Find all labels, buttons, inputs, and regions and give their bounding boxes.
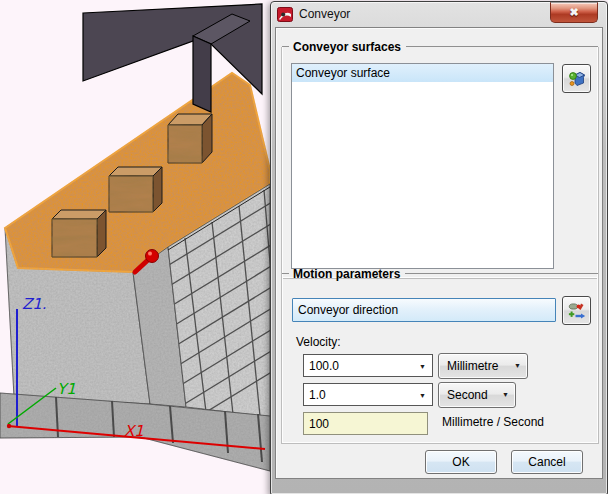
group-surfaces-title: Conveyor surfaces	[293, 40, 401, 54]
time-value-input[interactable]	[304, 384, 413, 405]
app-icon	[277, 7, 293, 22]
chevron-down-icon: ▼	[419, 391, 426, 398]
x-axis-label: X1	[124, 422, 144, 440]
surfaces-listbox[interactable]: Conveyor surface	[291, 63, 554, 269]
distance-unit-value: Millimetre	[447, 359, 498, 373]
conveyor-dialog: Conveyor ✖ Conveyor surfaces Conveyor su…	[270, 1, 608, 494]
select-surface-button[interactable]	[562, 64, 591, 93]
window-title: Conveyor	[299, 7, 350, 21]
wooden-box[interactable]	[168, 114, 212, 163]
velocity-result-field[interactable]	[303, 412, 428, 435]
close-button[interactable]: ✖	[550, 2, 598, 23]
time-unit-value: Second	[447, 388, 488, 402]
distance-value-combo[interactable]: ▼	[303, 354, 433, 377]
wooden-box[interactable]	[109, 167, 162, 212]
chevron-down-icon: ▼	[514, 354, 521, 378]
pick-direction-button[interactable]	[562, 296, 591, 325]
y-axis-label: Y1	[57, 380, 76, 398]
group-motion-header: Motion parameters	[282, 266, 598, 281]
axes-origin	[7, 424, 11, 428]
z-axis-label: Z1.	[22, 295, 47, 313]
list-item-conveyor-surface[interactable]: Conveyor surface	[292, 64, 553, 82]
wooden-box[interactable]	[52, 210, 106, 257]
chevron-down-icon: ▼	[502, 383, 509, 407]
group-conveyor-surfaces: Conveyor surfaces Conveyor surface	[281, 47, 599, 279]
close-icon: ✖	[569, 6, 578, 19]
distance-unit-combo[interactable]: Millimetre ▼	[438, 353, 528, 379]
dialog-body: Conveyor surfaces Conveyor surface Motio…	[275, 27, 603, 479]
select-object-icon	[568, 70, 586, 88]
titlebar[interactable]: Conveyor ✖	[271, 2, 607, 26]
distance-value-input[interactable]	[304, 355, 413, 376]
velocity-label: Velocity:	[296, 335, 341, 349]
time-unit-combo[interactable]: Second ▼	[438, 382, 516, 408]
group-surfaces-header: Conveyor surfaces	[282, 39, 598, 54]
velocity-unit-label: Millimetre / Second	[442, 415, 544, 429]
conveyor-direction-field[interactable]	[292, 298, 556, 322]
pick-direction-icon	[568, 302, 586, 320]
chevron-down-icon: ▼	[419, 362, 426, 369]
steel-plate-front-face[interactable]	[193, 36, 211, 112]
cancel-button[interactable]: Cancel	[511, 450, 583, 474]
group-motion-title: Motion parameters	[293, 267, 400, 281]
ok-button[interactable]: OK	[425, 450, 497, 474]
group-motion-parameters: Motion parameters Velocity: ▼	[281, 274, 599, 444]
time-value-combo[interactable]: ▼	[303, 383, 433, 406]
